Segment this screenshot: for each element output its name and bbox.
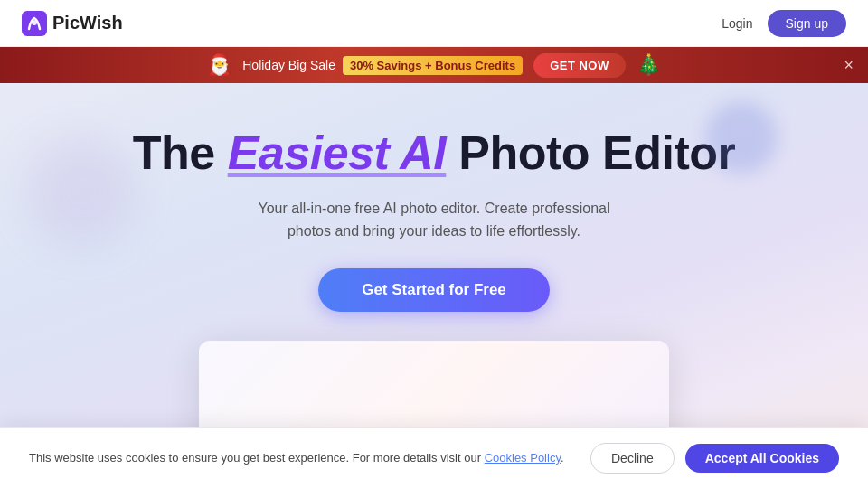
hero-title-prefix: The xyxy=(133,127,228,179)
hero-subtitle: Your all-in-one free AI photo editor. Cr… xyxy=(253,197,615,243)
cookie-actions: Decline Accept All Cookies xyxy=(590,443,839,474)
tree-icon: 🎄 xyxy=(637,53,661,77)
logo-icon xyxy=(22,11,47,36)
cookie-policy-link[interactable]: Cookies Policy xyxy=(485,451,561,465)
santa-icon: 🎅 xyxy=(207,53,231,77)
hero-title-suffix: Photo Editor xyxy=(446,127,735,179)
cookie-accept-button[interactable]: Accept All Cookies xyxy=(685,444,839,473)
logo-text: PicWish xyxy=(52,13,123,33)
banner-close-button[interactable]: × xyxy=(844,57,854,73)
svg-point-1 xyxy=(32,20,37,25)
login-button[interactable]: Login xyxy=(722,16,752,31)
logo[interactable]: PicWish xyxy=(22,11,123,36)
cookie-text-main: This website uses cookies to ensure you … xyxy=(29,451,485,465)
cookie-decline-button[interactable]: Decline xyxy=(590,443,675,474)
nav-actions: Login Sign up xyxy=(722,10,846,37)
banner-prefix: Holiday Big Sale xyxy=(242,58,335,72)
hero-title-highlight: Easiest AI xyxy=(228,127,447,179)
cookie-banner: This website uses cookies to ensure you … xyxy=(0,427,868,488)
cookie-text: This website uses cookies to ensure you … xyxy=(29,449,564,467)
signup-button[interactable]: Sign up xyxy=(768,10,846,37)
blob-decoration-1 xyxy=(705,101,778,174)
cookie-text-suffix: . xyxy=(561,451,564,465)
banner-content: Holiday Big Sale 30% Savings + Bonus Cre… xyxy=(242,56,523,75)
promo-banner: 🎅 Holiday Big Sale 30% Savings + Bonus C… xyxy=(0,47,868,83)
banner-highlight: 30% Savings + Bonus Credits xyxy=(343,56,523,75)
hero-title: The Easiest AI Photo Editor xyxy=(133,127,735,181)
navbar: PicWish Login Sign up xyxy=(0,0,868,47)
blob-decoration-2 xyxy=(27,137,136,246)
hero-cta-button[interactable]: Get Started for Free xyxy=(318,268,550,312)
banner-cta-button[interactable]: GET NOW xyxy=(533,53,626,78)
